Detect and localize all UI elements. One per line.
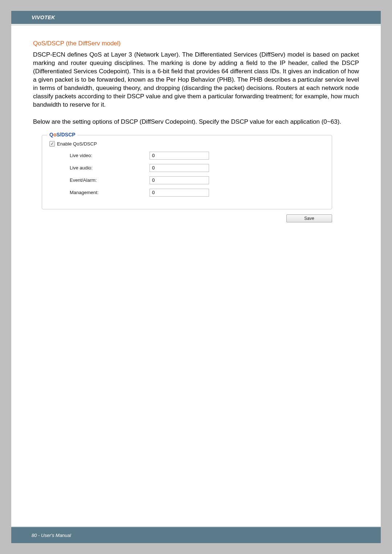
live-video-row: Live video: [49, 152, 324, 160]
fieldset-legend: QoS/DSCP [47, 132, 78, 138]
live-audio-row: Live audio: [49, 164, 324, 172]
management-input[interactable] [150, 189, 209, 197]
event-alarm-input[interactable] [150, 176, 209, 184]
event-alarm-row: Event/Alarm: [49, 176, 324, 184]
qos-dscp-fieldset: QoS/DSCP ✓ Enable QoS/DSCP Live video: L… [42, 135, 332, 209]
enable-qos-checkbox[interactable]: ✓ [49, 141, 55, 147]
header-bar: VIVOTEK [11, 11, 381, 24]
paragraph-2: Below are the setting options of DSCP (D… [33, 118, 359, 126]
footer-text: 80 - User's Manual [32, 533, 71, 538]
management-label: Management: [70, 190, 150, 195]
live-audio-label: Live audio: [70, 165, 150, 171]
save-button[interactable]: Save [286, 214, 332, 222]
paragraph-1: DSCP-ECN defines QoS at Layer 3 (Network… [33, 51, 359, 109]
live-video-label: Live video: [70, 153, 150, 158]
settings-panel: QoS/DSCP ✓ Enable QoS/DSCP Live video: L… [42, 135, 332, 222]
live-audio-input[interactable] [150, 164, 209, 172]
checkmark-icon: ✓ [50, 141, 54, 146]
footer-bar: 80 - User's Manual [11, 527, 381, 543]
legend-letter-q: Q [49, 132, 53, 138]
save-row: Save [42, 214, 332, 222]
enable-qos-checkbox-row: ✓ Enable QoS/DSCP [49, 141, 324, 147]
enable-qos-label: Enable QoS/DSCP [57, 141, 97, 147]
legend-rest: S/DSCP [56, 132, 75, 138]
live-video-input[interactable] [150, 152, 209, 160]
header-brand: VIVOTEK [32, 15, 55, 20]
event-alarm-label: Event/Alarm: [70, 177, 150, 183]
management-row: Management: [49, 189, 324, 197]
page-container: VIVOTEK QoS/DSCP (the DiffServ model) DS… [11, 11, 381, 543]
content-area: QoS/DSCP (the DiffServ model) DSCP-ECN d… [11, 25, 381, 222]
section-title: QoS/DSCP (the DiffServ model) [33, 40, 359, 47]
